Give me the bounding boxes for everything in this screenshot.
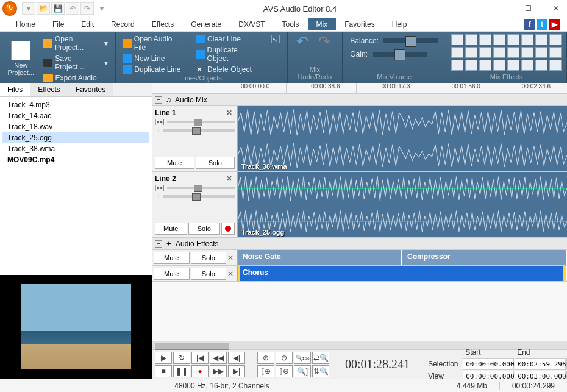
tab-effects[interactable]: Effects [30,83,68,96]
menu-file[interactable]: File [44,18,73,30]
rewind-button[interactable]: ◀◀ [210,352,227,364]
fx-icon[interactable] [521,60,533,71]
stop-button[interactable]: ■ [155,365,172,377]
maximize-button[interactable]: ☐ [519,2,537,15]
twitter-icon[interactable]: t [537,19,547,30]
record-button[interactable] [221,223,235,235]
youtube-icon[interactable]: ▶ [549,19,560,30]
waveform-clip[interactable]: Track_38.wma [238,106,567,171]
file-item[interactable]: Track_38.wma [2,143,149,154]
fx-icon[interactable] [535,47,547,58]
volume-slider[interactable] [163,129,235,132]
pick-button[interactable]: ↖ [269,34,282,44]
mute-button[interactable]: Mute [155,157,194,169]
menu-help[interactable]: Help [383,18,416,30]
menu-mix[interactable]: Mix [308,18,337,30]
view-end-value[interactable]: 00:03:00.000 [515,371,566,379]
file-item[interactable]: Track_25.ogg [2,132,149,143]
qat-save-icon[interactable]: 💾 [51,2,65,15]
facebook-icon[interactable]: f [524,19,535,30]
open-audio-button[interactable]: Open Audio File [121,34,187,52]
new-project-button[interactable]: New Project... [5,34,37,83]
menu-tools[interactable]: Tools [274,18,308,30]
zoom-sel-button[interactable]: 🔍] [294,365,311,377]
fx-icon[interactable] [465,60,477,71]
fx-icon[interactable] [493,47,505,58]
zoom-out-v-button[interactable]: ⟦⊖ [276,365,293,377]
clear-line-button[interactable]: Clear Line [194,34,261,44]
zoom-out-button[interactable]: ⊖ [276,352,293,364]
open-project-button[interactable]: Open Project... ▾ [41,34,111,52]
close-button[interactable]: ✕ [547,2,565,15]
effect-clip[interactable]: Noise Gate [238,250,402,265]
pan-slider[interactable] [167,121,235,123]
fx-icon[interactable] [451,34,463,45]
fx-icon[interactable] [479,47,491,58]
fx-icon[interactable] [479,34,491,45]
solo-button[interactable]: Solo [196,157,235,169]
solo-button[interactable]: Solo [188,223,221,235]
menu-home[interactable]: Home [7,18,44,30]
pause-button[interactable]: ❚❚ [173,365,190,377]
fx-icon[interactable] [535,34,547,45]
fx-icon[interactable] [451,60,463,71]
close-icon[interactable]: ✕ [227,254,236,262]
menu-favorites[interactable]: Favorites [336,18,383,30]
fx-icon[interactable] [535,60,547,71]
play-button[interactable]: ▶ [155,352,172,364]
mute-button[interactable]: Mute [155,223,187,235]
horizontal-scrollbar[interactable] [152,341,567,349]
timeline-ruler[interactable]: 00:00:00.0 00:00:38.6 00:01:17.3 00:01:5… [152,83,567,94]
effect-clip[interactable]: Compressor [402,250,567,265]
record-button[interactable]: ● [191,365,209,377]
balance-slider[interactable] [383,38,438,43]
effect-clip[interactable]: Chorus [238,266,567,281]
fx-icon[interactable] [521,34,533,45]
forward-button[interactable]: ▶▶ [210,365,227,377]
start-button[interactable]: |◀ [191,352,209,364]
menu-generate[interactable]: Generate [182,18,230,30]
collapse-icon[interactable]: − [155,240,162,248]
file-item[interactable]: Track_18.wav [2,121,149,132]
sel-start-value[interactable]: 00:00:00.000 [463,358,514,370]
fx-icon[interactable] [549,47,562,58]
zoom-fit-button[interactable]: ⇄🔍 [312,352,329,364]
volume-slider[interactable] [163,195,235,198]
qat-dropdown-icon[interactable]: ▾ [95,2,109,15]
file-item[interactable]: Track_14.aac [2,110,149,121]
prev-button[interactable]: ◀| [228,352,245,364]
end-button[interactable]: ▶| [228,365,245,377]
duplicate-line-button[interactable]: Duplicate Line [121,65,187,74]
mute-button[interactable]: Mute [154,268,190,280]
fx-icon[interactable] [465,34,477,45]
close-icon[interactable]: ✕ [226,109,235,117]
qat-new-icon[interactable]: ▾ [22,2,35,15]
collapse-icon[interactable]: − [155,96,162,104]
fx-icon[interactable] [507,47,519,58]
duplicate-object-button[interactable]: Duplicate Object [194,45,261,63]
menu-effects[interactable]: Effects [143,18,182,30]
solo-button[interactable]: Solo [191,252,227,264]
zoom-v-fit-button[interactable]: ⇅🔍 [312,365,329,377]
fx-icon[interactable] [507,34,519,45]
zoom-100-button[interactable]: 🔍₁₀₀ [294,352,311,364]
waveform-clip[interactable]: Track_25.ogg [238,172,567,237]
fx-icon[interactable] [493,34,505,45]
close-icon[interactable]: ✕ [226,174,235,183]
menu-record[interactable]: Record [102,18,143,30]
mute-button[interactable]: Mute [154,252,190,264]
fx-icon[interactable] [507,60,519,71]
sel-end-value[interactable]: 00:02:59.296 [515,358,566,370]
fx-icon[interactable] [465,47,477,58]
delete-object-button[interactable]: ✕Delete Object [194,65,261,74]
view-start-value[interactable]: 00:00:00.000 [463,371,514,379]
zoom-in-button[interactable]: ⊕ [257,352,274,364]
file-item[interactable]: MOV09C.mp4 [2,154,149,165]
redo-button[interactable]: ↷ [315,34,334,49]
save-project-button[interactable]: Save Project... ▾ [41,54,111,72]
fx-icon[interactable] [521,47,533,58]
fx-icon[interactable] [549,34,562,45]
zoom-in-v-button[interactable]: ⟦⊕ [257,365,274,377]
qat-redo-icon[interactable]: ↷ [80,2,94,15]
fx-icon[interactable] [451,47,463,58]
